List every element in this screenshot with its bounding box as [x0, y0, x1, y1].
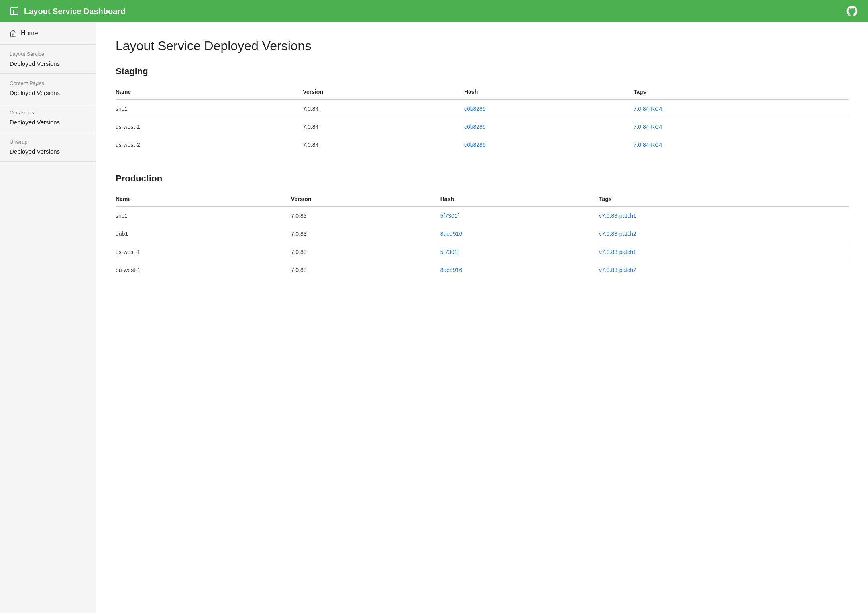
- sidebar-section-content-pages: Content Pages Deployed Versions: [0, 74, 96, 103]
- cell-version: 7.0.83: [291, 225, 440, 243]
- sidebar-link-unwrap-deployed[interactable]: Deployed Versions: [10, 148, 86, 155]
- cell-name: us-west-2: [116, 136, 303, 154]
- github-icon[interactable]: [846, 5, 858, 18]
- sidebar-section-label-layout-service: Layout Service: [10, 51, 86, 57]
- cell-hash[interactable]: 5f7301f: [440, 207, 599, 225]
- cell-tags[interactable]: v7.0.83-patch2: [599, 261, 849, 279]
- cell-version: 7.0.83: [291, 243, 440, 261]
- cell-version: 7.0.84: [303, 99, 464, 118]
- table-row: us-west-1 7.0.84 c6b8289 7.0.84-RC4: [116, 118, 849, 136]
- sidebar: Home Layout Service Deployed Versions Co…: [0, 22, 96, 613]
- cell-hash[interactable]: 5f7301f: [440, 243, 599, 261]
- table-row: snc1 7.0.83 5f7301f v7.0.83-patch1: [116, 207, 849, 225]
- svg-rect-0: [11, 8, 18, 15]
- home-icon: [10, 30, 17, 37]
- staging-table-header: Name Version Hash Tags: [116, 85, 849, 99]
- table-row: us-west-1 7.0.83 5f7301f v7.0.83-patch1: [116, 243, 849, 261]
- cell-tags[interactable]: 7.0.84-RC4: [634, 136, 849, 154]
- staging-col-tags: Tags: [634, 85, 849, 99]
- app-header: Layout Service Dashboard: [0, 0, 868, 22]
- production-title: Production: [116, 173, 849, 184]
- staging-table: Name Version Hash Tags snc1 7.0.84 c6b82…: [116, 85, 849, 154]
- production-col-name: Name: [116, 192, 291, 207]
- staging-col-version: Version: [303, 85, 464, 99]
- sidebar-home-link[interactable]: Home: [0, 22, 96, 45]
- staging-col-name: Name: [116, 85, 303, 99]
- app-title: Layout Service Dashboard: [24, 7, 125, 16]
- table-row: eu-west-1 7.0.83 8aed916 v7.0.83-patch2: [116, 261, 849, 279]
- cell-tags[interactable]: 7.0.84-RC4: [634, 118, 849, 136]
- cell-name: us-west-1: [116, 118, 303, 136]
- sidebar-link-content-pages-deployed[interactable]: Deployed Versions: [10, 89, 86, 96]
- cell-version: 7.0.83: [291, 261, 440, 279]
- production-col-tags: Tags: [599, 192, 849, 207]
- production-table-header: Name Version Hash Tags: [116, 192, 849, 207]
- svg-rect-3: [12, 34, 14, 36]
- cell-hash[interactable]: c6b8289: [464, 136, 634, 154]
- production-col-hash: Hash: [440, 192, 599, 207]
- sidebar-section-label-unwrap: Unwrap: [10, 139, 86, 145]
- home-label: Home: [21, 30, 38, 37]
- production-section: Production Name Version Hash Tags snc1 7…: [116, 173, 849, 279]
- cell-tags[interactable]: v7.0.83-patch2: [599, 225, 849, 243]
- layout-icon: [10, 6, 19, 16]
- staging-col-hash: Hash: [464, 85, 634, 99]
- cell-hash[interactable]: c6b8289: [464, 99, 634, 118]
- cell-hash[interactable]: 8aed916: [440, 261, 599, 279]
- header-left: Layout Service Dashboard: [10, 6, 125, 16]
- main-content: Layout Service Deployed Versions Staging…: [96, 22, 868, 613]
- cell-name: eu-west-1: [116, 261, 291, 279]
- cell-hash[interactable]: 8aed916: [440, 225, 599, 243]
- sidebar-section-occasions: Occasions Deployed Versions: [0, 103, 96, 132]
- sidebar-section-layout-service: Layout Service Deployed Versions: [0, 45, 96, 74]
- sidebar-section-unwrap: Unwrap Deployed Versions: [0, 132, 96, 162]
- staging-section: Staging Name Version Hash Tags snc1 7.0.…: [116, 66, 849, 154]
- table-row: us-west-2 7.0.84 c6b8289 7.0.84-RC4: [116, 136, 849, 154]
- cell-tags[interactable]: v7.0.83-patch1: [599, 207, 849, 225]
- cell-name: snc1: [116, 99, 303, 118]
- sidebar-section-label-occasions: Occasions: [10, 110, 86, 116]
- cell-name: snc1: [116, 207, 291, 225]
- cell-tags[interactable]: 7.0.84-RC4: [634, 99, 849, 118]
- sidebar-section-label-content-pages: Content Pages: [10, 80, 86, 86]
- table-row: dub1 7.0.83 8aed916 v7.0.83-patch2: [116, 225, 849, 243]
- table-row: snc1 7.0.84 c6b8289 7.0.84-RC4: [116, 99, 849, 118]
- cell-hash[interactable]: c6b8289: [464, 118, 634, 136]
- staging-title: Staging: [116, 66, 849, 77]
- cell-name: us-west-1: [116, 243, 291, 261]
- production-col-version: Version: [291, 192, 440, 207]
- cell-version: 7.0.83: [291, 207, 440, 225]
- cell-name: dub1: [116, 225, 291, 243]
- production-table: Name Version Hash Tags snc1 7.0.83 5f730…: [116, 192, 849, 279]
- cell-version: 7.0.84: [303, 136, 464, 154]
- sidebar-link-layout-service-deployed[interactable]: Deployed Versions: [10, 60, 86, 67]
- sidebar-link-occasions-deployed[interactable]: Deployed Versions: [10, 119, 86, 126]
- layout: Home Layout Service Deployed Versions Co…: [0, 22, 868, 613]
- page-title: Layout Service Deployed Versions: [116, 39, 849, 53]
- cell-tags[interactable]: v7.0.83-patch1: [599, 243, 849, 261]
- cell-version: 7.0.84: [303, 118, 464, 136]
